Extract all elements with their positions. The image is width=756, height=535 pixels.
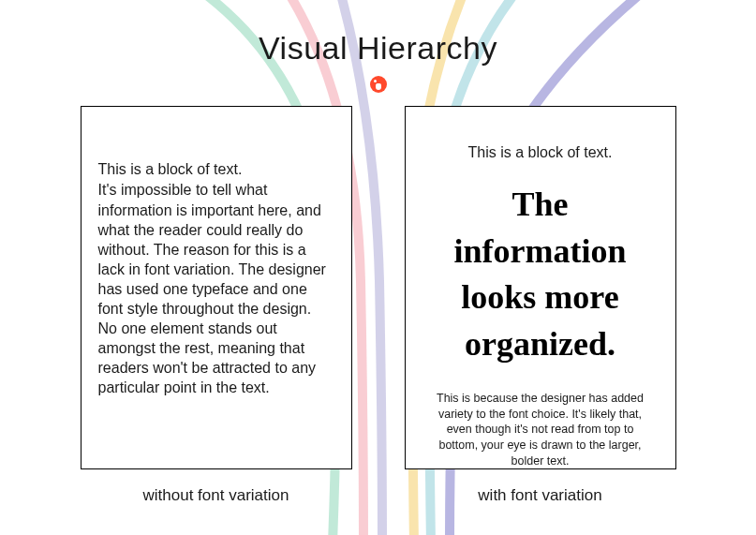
left-body-text: It's impossible to tell what information… [98,180,334,397]
g2-logo [0,76,756,93]
labels-row: without font variation with font variati… [0,486,756,505]
columns-container: This is a block of text. It's impossible… [0,106,756,469]
example-box-with-variation: This is a block of text. The information… [405,106,676,469]
example-box-without-variation: This is a block of text. It's impossible… [81,106,352,469]
right-intro-text: This is a block of text. [422,144,659,161]
page-title: Visual Hierarchy [0,0,756,67]
right-headline-text: The information looks more organized. [422,182,659,368]
left-intro-text: This is a block of text. [98,159,334,180]
right-caption-text: This is because the designer has added v… [422,391,659,469]
left-label: without font variation [81,486,352,505]
right-label: with font variation [405,486,676,505]
